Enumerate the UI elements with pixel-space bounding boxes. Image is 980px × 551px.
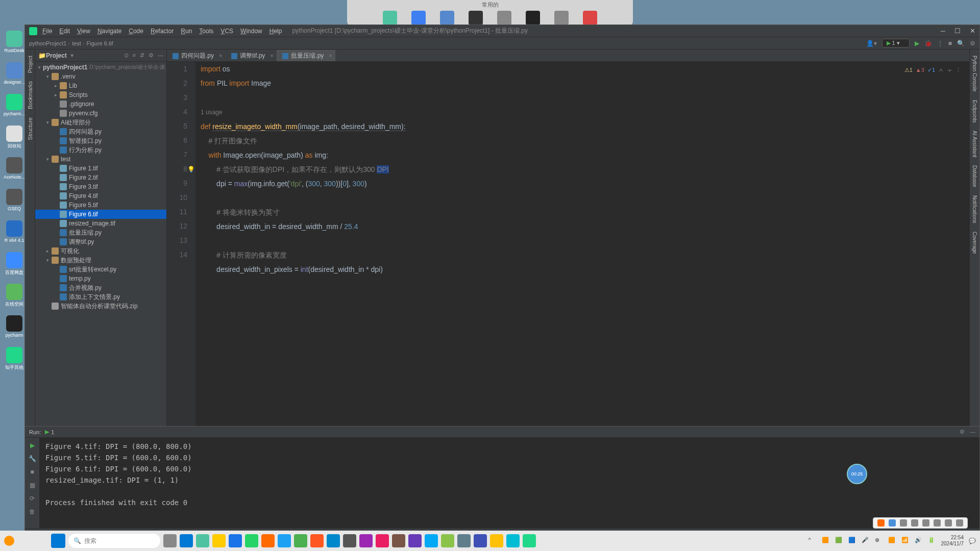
taskbar-app-icon[interactable] — [359, 534, 373, 547]
debug-icon[interactable]: 🐞 — [924, 40, 932, 47]
close-tab-icon[interactable]: × — [329, 53, 332, 59]
ime-item[interactable] — [945, 519, 952, 527]
tree-root[interactable]: ▾pythonProject1D:\pycharm_projects\硕士毕业-… — [35, 63, 166, 72]
tree-item[interactable]: pyvenv.cfg — [35, 109, 166, 118]
ime-item[interactable] — [877, 519, 885, 527]
ime-item[interactable] — [911, 519, 918, 527]
expand-icon[interactable]: ≡ — [133, 52, 136, 59]
app-icon[interactable] — [4, 536, 14, 546]
menu-window[interactable]: Window — [240, 28, 262, 35]
ime-item[interactable] — [956, 519, 963, 527]
tray-icon[interactable]: ^ — [808, 537, 817, 545]
taskbar-app-icon[interactable] — [229, 534, 242, 547]
shortcut-icon[interactable] — [411, 11, 426, 25]
taskbar-app-icon[interactable] — [474, 534, 487, 547]
taskbar-app-icon[interactable] — [278, 534, 291, 547]
desktop-shortcut[interactable]: pycharm — [2, 315, 27, 338]
taskbar-app-icon[interactable] — [327, 534, 340, 547]
tray-icon[interactable]: ⊕ — [875, 537, 883, 545]
shortcut-icon[interactable] — [383, 11, 397, 25]
tool-tab-endpoints[interactable]: Endpoints — [971, 96, 978, 127]
tree-item[interactable]: 调整tif.py — [35, 237, 166, 246]
taskbar-app-icon[interactable] — [163, 534, 177, 547]
menu-run[interactable]: Run — [181, 28, 192, 35]
menu-refactor[interactable]: Refactor — [151, 28, 174, 35]
taskbar-app-icon[interactable] — [294, 534, 307, 547]
tree-item[interactable]: ▾AI处理部分 — [35, 118, 166, 127]
tree-item[interactable]: 智能体自动分析课堂代码.zip — [35, 302, 166, 311]
desktop-shortcut[interactable]: R x64 4.1 — [2, 220, 27, 243]
close-tab-icon[interactable]: × — [219, 53, 222, 59]
tree-item[interactable]: ▾.venv — [35, 72, 166, 81]
tree-item[interactable]: Figure 6.tif — [35, 210, 166, 219]
tree-item[interactable]: Figure 2.tif — [35, 173, 166, 182]
taskbar-app-icon[interactable] — [261, 534, 275, 547]
taskbar-app-icon[interactable] — [212, 534, 226, 547]
tray-icon[interactable]: 🟦 — [848, 537, 856, 545]
ime-item[interactable] — [934, 519, 941, 527]
shortcut-icon[interactable] — [469, 11, 483, 25]
timer-badge[interactable]: 00:25 — [847, 464, 867, 484]
ime-toolbar[interactable] — [873, 517, 968, 529]
menu-view[interactable]: View — [77, 28, 90, 35]
ime-item[interactable] — [889, 519, 896, 527]
taskbar-app-icon[interactable] — [408, 534, 422, 547]
up-icon[interactable]: ⟳ — [28, 495, 36, 503]
tree-item[interactable]: 合并视频.py — [35, 283, 166, 292]
tree-item[interactable]: Figure 5.tif — [35, 201, 166, 210]
tray-icon[interactable]: 🟩 — [835, 537, 843, 545]
tray-icon[interactable]: 🟧 — [888, 537, 896, 545]
shortcut-icon[interactable] — [497, 11, 511, 25]
tree-item[interactable]: 四何问题.py — [35, 127, 166, 136]
shortcut-icon[interactable] — [526, 11, 540, 25]
tree-item[interactable]: 批量压缩.py — [35, 228, 166, 237]
settings-icon[interactable]: ⚙ — [149, 52, 154, 59]
tool-tab-ai-assistant[interactable]: AI Assistant — [971, 127, 978, 161]
tool-tab-bookmarks[interactable]: Bookmarks — [26, 77, 34, 113]
tree-item[interactable]: Figure 4.tif — [35, 191, 166, 201]
menu-code[interactable]: Code — [129, 28, 143, 35]
tree-item[interactable]: .gitignore — [35, 99, 166, 109]
tray-icon[interactable]: 🔊 — [915, 537, 923, 545]
taskbar-app-icon[interactable] — [310, 534, 324, 547]
ime-item[interactable] — [900, 519, 907, 527]
run-hide-icon[interactable]: — — [970, 429, 975, 435]
taskbar-clock[interactable]: 22:54 2024/11/7 — [941, 535, 964, 547]
delete-icon[interactable]: 🗑 — [28, 508, 36, 516]
user-icon[interactable]: 👤▾ — [866, 40, 877, 47]
hide-icon[interactable]: — — [158, 52, 163, 59]
gear-icon[interactable]: ⚙ — [970, 40, 975, 47]
layout-icon[interactable]: ▦ — [28, 482, 36, 490]
tree-item[interactable]: temp.py — [35, 274, 166, 283]
taskbar-app-icon[interactable] — [441, 534, 454, 547]
minimize-icon[interactable]: ─ — [941, 27, 945, 35]
menu-vcs[interactable]: VCS — [220, 28, 233, 35]
tree-item[interactable]: 智谱接口.py — [35, 136, 166, 145]
run-config-selector[interactable]: ▶ 1 ▾ — [882, 39, 910, 47]
desktop-shortcut[interactable]: 在线空间 — [2, 284, 27, 308]
search-icon[interactable]: 🔍 — [957, 40, 965, 47]
code-editor[interactable]: ⚠1 ▲3 ✓1 ㅅㅜ⋮ 1234567891011121314 import … — [167, 62, 969, 426]
tree-item[interactable]: 添加上下文情景.py — [35, 292, 166, 302]
more-icon[interactable]: ⋮ — [937, 40, 943, 47]
start-button[interactable] — [51, 534, 65, 548]
search-input[interactable]: 🔍 搜索 — [68, 534, 160, 548]
taskbar-app-icon[interactable] — [343, 534, 356, 547]
close-icon[interactable]: ✕ — [970, 27, 975, 35]
tool-tab-structure[interactable]: Structure — [26, 113, 34, 144]
tray-icon[interactable]: 🟧 — [822, 537, 830, 545]
menu-file[interactable]: File — [42, 28, 52, 35]
taskbar-app-icon[interactable] — [392, 534, 405, 547]
locate-icon[interactable]: ⊙ — [124, 52, 129, 59]
tool-tab-notifications[interactable]: Notifications — [971, 191, 978, 227]
tree-item[interactable]: ▸Lib — [35, 81, 166, 90]
chevron-down-icon[interactable]: ▼ — [70, 53, 75, 58]
rerun-icon[interactable]: ▶ — [28, 442, 36, 450]
tray-icon[interactable]: 📶 — [901, 537, 910, 545]
maximize-icon[interactable]: ☐ — [954, 27, 961, 35]
tool-tab-python-console[interactable]: Python Console — [971, 52, 978, 96]
ime-item[interactable] — [922, 519, 929, 527]
tree-item[interactable]: ▸可视化 — [35, 246, 166, 256]
tray-icon[interactable]: 🔋 — [928, 537, 936, 545]
breadcrumb-item[interactable]: Figure 6.tif — [87, 40, 113, 46]
